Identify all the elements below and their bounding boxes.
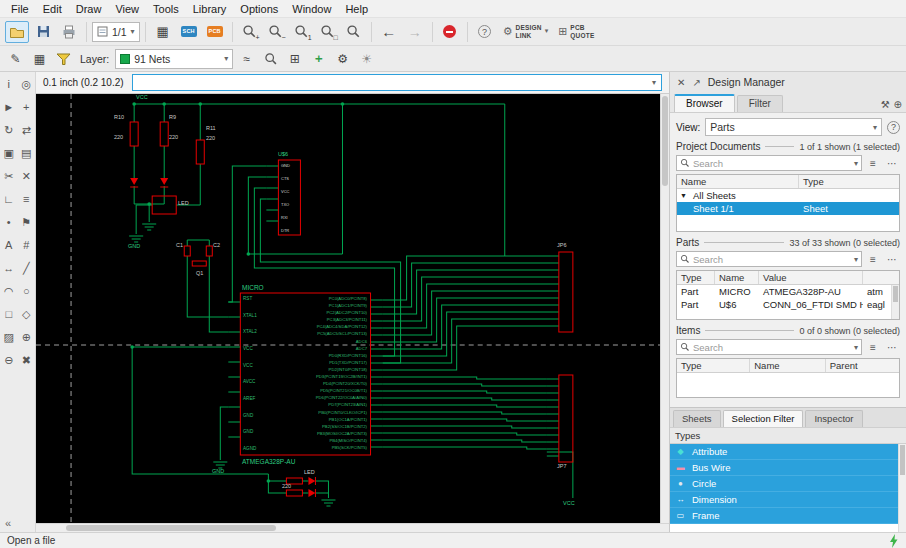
add-part-button[interactable]: ＋ [308, 49, 329, 69]
part-row[interactable]: Part U$6 CONN_06_FTDI SMD HEADER eagl [677, 298, 899, 311]
text-icon[interactable]: A [1, 238, 16, 252]
grid-toggle-button[interactable]: ▦ [151, 21, 175, 43]
paste-icon[interactable]: ▤ [19, 146, 34, 160]
column-header[interactable] [863, 271, 899, 284]
menu-item[interactable]: View [108, 2, 146, 16]
fill-icon[interactable]: ▨ [1, 330, 16, 344]
more-options-button[interactable]: ⋯ [884, 155, 900, 171]
junction-icon[interactable]: • [1, 215, 16, 229]
search-input[interactable] [693, 254, 851, 265]
brightness-button[interactable]: ☀ [356, 49, 377, 69]
more-options-button[interactable]: ⋯ [884, 339, 900, 355]
net-highlight-button[interactable]: ≈ [236, 49, 257, 69]
list-view-button[interactable]: ≡ [865, 155, 881, 171]
type-row-dimension[interactable]: ↔ Dimension [670, 492, 906, 508]
circle-icon[interactable]: ○ [19, 284, 34, 298]
move-icon[interactable]: + [19, 100, 34, 114]
table-view-button[interactable]: ⊞ [284, 49, 305, 69]
column-header[interactable]: Type [677, 271, 715, 284]
tab-selection-filter[interactable]: Selection Filter [723, 410, 804, 427]
zoom-out-icon[interactable]: ⊖ [1, 353, 16, 367]
tree-row[interactable]: ▼ All Sheets [677, 189, 899, 202]
layer-selector[interactable]: 91 Nets ▾ [115, 49, 233, 69]
zoom-out-button[interactable]: − [264, 21, 288, 43]
scrollbar-thumb[interactable] [662, 96, 668, 186]
tab-browser[interactable]: Browser [674, 94, 735, 112]
sheet-row[interactable]: Sheet 1/1 Sheet [677, 202, 899, 215]
type-row-circle[interactable]: ● Circle [670, 476, 906, 492]
scrollbar-thumb[interactable] [66, 525, 276, 531]
popout-icon[interactable]: ↗ [692, 77, 700, 88]
parts-search[interactable]: ▾ [676, 251, 862, 267]
zoom-region-button[interactable] [342, 21, 366, 43]
column-header[interactable]: Name [750, 359, 825, 372]
zoom-fit-button[interactable]: □ [316, 21, 340, 43]
help-button[interactable]: ? [473, 21, 497, 43]
pcb-doc-button[interactable]: PCB [203, 21, 227, 43]
open-file-button[interactable] [5, 21, 29, 43]
delete-icon[interactable]: ✕ [19, 169, 34, 183]
zoom-plus-icon[interactable]: ⊕ [894, 99, 902, 110]
stop-button[interactable] [438, 21, 462, 43]
schematic-canvas[interactable]: VCC R10 220 R9 220 R11 220 U$6 LED Q1 C1… [36, 94, 660, 523]
net-label-icon[interactable]: ⚑ [19, 215, 34, 229]
scrollbar-thumb[interactable] [900, 445, 905, 475]
more-options-button[interactable]: ⋯ [884, 251, 900, 267]
arc-icon[interactable]: ◠ [1, 284, 16, 298]
zoom-in-button[interactable]: + [238, 21, 262, 43]
tree-expanded-icon[interactable]: ▼ [677, 192, 689, 199]
draw-wire-button[interactable]: ✎ [5, 49, 26, 69]
erase-icon[interactable]: ✖ [19, 353, 34, 367]
items-search[interactable]: ▾ [676, 339, 862, 355]
zoom-in-icon[interactable]: ⊕ [19, 330, 34, 344]
menu-item[interactable]: Draw [69, 2, 109, 16]
list-view-button[interactable]: ≡ [865, 251, 881, 267]
column-header[interactable]: Type [677, 359, 750, 372]
search-input[interactable] [693, 342, 851, 353]
line-icon[interactable]: ╱ [19, 261, 34, 275]
canvas-horizontal-scrollbar[interactable] [36, 523, 669, 532]
canvas-vertical-scrollbar[interactable] [660, 94, 669, 523]
menu-item[interactable]: Help [338, 2, 375, 16]
help-icon[interactable]: ? [887, 121, 900, 134]
column-header[interactable]: Parent [826, 359, 899, 372]
target-icon[interactable]: ◎ [19, 77, 34, 91]
parts-table-scrollbar[interactable] [891, 285, 899, 319]
column-header[interactable]: Name [715, 271, 759, 284]
types-scrollbar[interactable] [898, 444, 906, 532]
schematic-doc-button[interactable]: SCH [177, 21, 201, 43]
net-name-input[interactable] [136, 77, 650, 88]
column-header[interactable]: Type [799, 175, 899, 188]
project-documents-search[interactable]: ▾ [676, 155, 862, 171]
collapse-palette-button[interactable]: « [5, 517, 11, 529]
wrench-icon[interactable]: ⚒ [881, 99, 890, 110]
redo-button[interactable]: → [403, 21, 427, 43]
polygon-icon[interactable]: ◇ [19, 307, 34, 321]
cut-icon[interactable]: ✂ [1, 169, 16, 183]
search-input[interactable] [693, 158, 851, 169]
cursor-icon[interactable]: ► [1, 100, 16, 114]
copy-icon[interactable]: ▣ [1, 146, 16, 160]
type-row-bus-wire[interactable]: ▬ Bus Wire [670, 460, 906, 476]
zoom-selection-button[interactable] [260, 49, 281, 69]
scrollbar-thumb[interactable] [893, 286, 898, 302]
bus-icon[interactable]: ≡ [19, 192, 34, 206]
sheet-selector[interactable]: 1/1 ▾ [92, 22, 140, 42]
menu-item[interactable]: File [4, 2, 36, 16]
design-link-button[interactable]: ⚙ DESIGNLINK ▾ [499, 24, 553, 39]
pcb-quote-button[interactable]: ⊞ PCBQUOTE [554, 24, 598, 39]
info-icon[interactable]: i [1, 77, 16, 91]
settings-button[interactable]: ⚙ [332, 49, 353, 69]
menu-item[interactable]: Tools [146, 2, 186, 16]
part-row[interactable]: Part MICRO ATMEGA328P-AU atm [677, 285, 899, 298]
net-name-combo[interactable]: ▾ [132, 74, 662, 91]
type-row-attribute[interactable]: ◆ Attribute [670, 444, 906, 460]
tab-sheets[interactable]: Sheets [673, 410, 721, 427]
filter-button[interactable] [53, 49, 74, 69]
list-view-button[interactable]: ≡ [865, 339, 881, 355]
view-selector[interactable]: Parts ▾ [705, 118, 882, 136]
tab-filter[interactable]: Filter [737, 95, 783, 112]
close-icon[interactable]: ✕ [677, 77, 685, 88]
mirror-icon[interactable]: ⇄ [19, 123, 34, 137]
menu-item[interactable]: Library [186, 2, 234, 16]
